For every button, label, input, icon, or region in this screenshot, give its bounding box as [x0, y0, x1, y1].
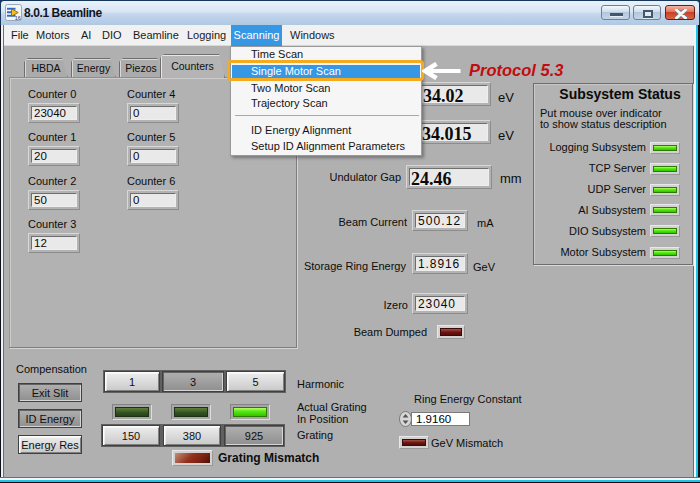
svg-text:16: 16: [15, 15, 21, 21]
